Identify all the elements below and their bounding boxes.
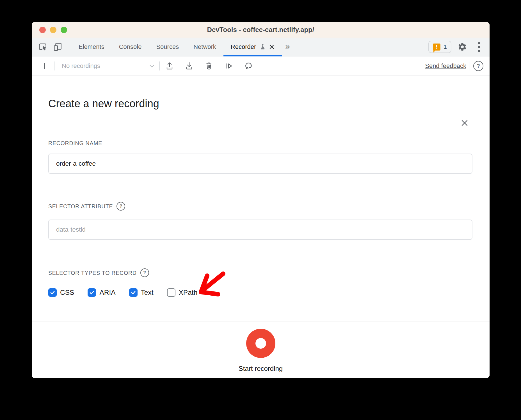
start-recording-label: Start recording bbox=[239, 365, 283, 373]
recordings-dropdown[interactable]: No recordings bbox=[58, 62, 156, 70]
devtools-tabbar: Elements Console Sources Network Recorde… bbox=[32, 38, 490, 56]
window-title: DevTools - coffee-cart.netlify.app/ bbox=[207, 26, 314, 34]
checkbox-text[interactable]: Text bbox=[129, 288, 154, 297]
checkbox-aria[interactable]: ARIA bbox=[88, 288, 115, 297]
tab-sources[interactable]: Sources bbox=[149, 38, 186, 56]
annotation-arrow-icon bbox=[196, 269, 228, 298]
close-window-button[interactable] bbox=[39, 27, 46, 33]
replay-icon[interactable] bbox=[242, 60, 255, 72]
checkbox-css[interactable]: CSS bbox=[48, 288, 74, 297]
add-recording-icon[interactable] bbox=[38, 60, 51, 72]
checkmark-icon bbox=[130, 289, 136, 296]
checkmark-icon bbox=[49, 289, 56, 296]
step-over-play-icon[interactable] bbox=[222, 60, 235, 72]
issues-icon: ! bbox=[433, 44, 440, 51]
more-tabs-icon[interactable]: » bbox=[282, 36, 293, 56]
tab-network[interactable]: Network bbox=[186, 38, 223, 56]
selector-attribute-help-icon[interactable]: ? bbox=[116, 202, 125, 211]
text-checkbox[interactable] bbox=[129, 288, 138, 297]
zoom-window-button[interactable] bbox=[61, 27, 67, 33]
checkbox-xpath[interactable]: XPath bbox=[167, 288, 198, 297]
minimize-window-button[interactable] bbox=[50, 27, 56, 33]
recording-name-input[interactable] bbox=[48, 154, 472, 174]
selected-tab-underline bbox=[223, 55, 282, 56]
devtools-window: DevTools - coffee-cart.netlify.app/ Elem… bbox=[32, 22, 490, 378]
close-recorder-tab-icon[interactable] bbox=[269, 44, 275, 50]
selector-types-help-icon[interactable]: ? bbox=[140, 268, 149, 277]
more-options-kebab-icon[interactable] bbox=[473, 42, 485, 52]
recordings-dropdown-value: No recordings bbox=[62, 62, 100, 70]
selector-attribute-label: SELECTOR ATTRIBUTE bbox=[48, 203, 113, 209]
issues-badge[interactable]: ! 1 bbox=[428, 41, 451, 53]
xpath-checkbox[interactable] bbox=[167, 288, 175, 297]
export-recording-icon[interactable] bbox=[183, 60, 196, 72]
tabbar-divider bbox=[68, 42, 68, 51]
import-recording-icon[interactable] bbox=[163, 60, 176, 72]
tab-elements[interactable]: Elements bbox=[71, 38, 112, 56]
record-footer: Start recording bbox=[32, 321, 490, 378]
checkmark-icon bbox=[89, 289, 95, 296]
close-dialog-icon[interactable] bbox=[460, 118, 469, 128]
settings-gear-icon[interactable] bbox=[456, 40, 469, 53]
recording-name-label: RECORDING NAME bbox=[48, 140, 102, 146]
selector-types-options: CSS ARIA Text bbox=[48, 288, 472, 297]
device-toolbar-icon[interactable] bbox=[51, 40, 64, 53]
tabbar-right-icons: ! 1 bbox=[428, 38, 490, 56]
help-icon[interactable]: ? bbox=[473, 61, 483, 71]
tab-recorder[interactable]: Recorder bbox=[223, 38, 282, 56]
selector-attribute-input[interactable] bbox=[48, 220, 472, 240]
inspect-element-icon[interactable] bbox=[36, 40, 49, 53]
panel-tabs: Elements Console Sources Network Recorde… bbox=[71, 38, 282, 56]
send-feedback-link[interactable]: Send feedback bbox=[425, 62, 466, 70]
traffic-lights bbox=[39, 22, 67, 38]
recorder-toolbar: No recordings bbox=[32, 56, 490, 76]
start-recording-button[interactable] bbox=[246, 329, 275, 358]
experiment-flask-icon bbox=[259, 44, 266, 50]
chevron-down-icon bbox=[149, 65, 154, 68]
create-recording-view: Create a new recording RECORDING NAME SE… bbox=[32, 97, 490, 378]
page-title: Create a new recording bbox=[48, 97, 472, 110]
css-checkbox[interactable] bbox=[48, 288, 57, 297]
tab-console[interactable]: Console bbox=[112, 38, 149, 56]
aria-checkbox[interactable] bbox=[88, 288, 96, 297]
issues-count: 1 bbox=[444, 43, 447, 51]
delete-recording-icon[interactable] bbox=[202, 60, 215, 72]
tabbar-left-icons bbox=[32, 38, 64, 56]
selector-types-label: SELECTOR TYPES TO RECORD bbox=[48, 270, 137, 276]
titlebar: DevTools - coffee-cart.netlify.app/ bbox=[32, 22, 490, 38]
